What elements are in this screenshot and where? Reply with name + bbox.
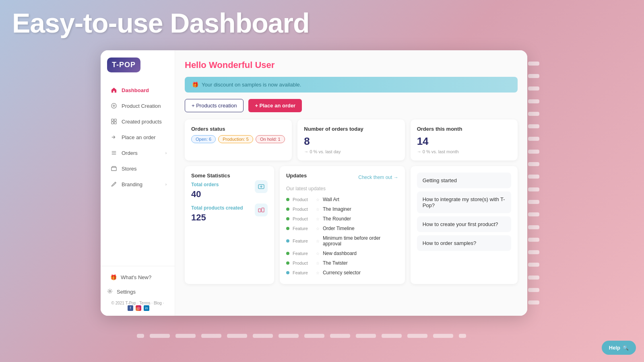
update-item-1: Product ☆ The Imaginer xyxy=(286,204,398,214)
orders-month-value: 14 xyxy=(417,135,511,148)
update-star-7: ☆ xyxy=(316,271,320,275)
sidebar: T-POP Dashboard Product Creation Cre xyxy=(101,50,175,316)
update-name-5: New dashboard xyxy=(323,251,357,256)
orders-icon xyxy=(110,149,118,156)
sidebar-item-orders[interactable]: Orders › xyxy=(104,145,171,160)
updates-title: Updates xyxy=(286,173,307,179)
home-icon xyxy=(110,86,118,94)
sidebar-item-branding[interactable]: Branding › xyxy=(104,177,171,192)
product-creation-icon xyxy=(110,102,118,109)
action-buttons: + Products creation + Place an order xyxy=(185,99,518,112)
instagram-icon[interactable]: ◎ xyxy=(136,305,141,311)
sidebar-item-place-order[interactable]: Place an order xyxy=(104,130,171,145)
badge-open: Open: 6 xyxy=(191,135,216,143)
update-type-3: Feature xyxy=(293,226,313,231)
svg-rect-6 xyxy=(114,122,116,124)
decorative-dashes-bottom xyxy=(137,334,466,338)
sidebar-label-created-products: Created products xyxy=(122,119,162,125)
update-star-2: ☆ xyxy=(316,217,320,221)
update-dot-4 xyxy=(286,239,289,243)
branding-arrow: › xyxy=(165,182,167,187)
svg-rect-4 xyxy=(114,119,116,121)
discount-banner: 🎁 Your discount on samples is now availa… xyxy=(185,77,518,93)
update-type-5: Feature xyxy=(293,251,313,256)
help-button[interactable]: Help 🔍 xyxy=(602,341,636,355)
update-type-4: Feature xyxy=(293,239,313,243)
facebook-icon[interactable]: f xyxy=(128,305,133,311)
total-products-label: Total products created xyxy=(191,205,243,211)
footer-icons: f ◎ in xyxy=(128,305,149,311)
sidebar-item-dashboard[interactable]: Dashboard xyxy=(104,82,171,98)
sidebar-bottom: 🎁 What's New? xyxy=(101,266,175,288)
gift-icon: 🎁 xyxy=(110,274,117,280)
update-name-3: Order Timeline xyxy=(323,226,355,231)
update-type-7: Feature xyxy=(293,270,313,275)
update-name-0: Wall Art xyxy=(323,197,339,202)
update-name-4: Minimum time before order approval xyxy=(323,235,398,247)
sidebar-item-stores[interactable]: Stores xyxy=(104,161,171,176)
check-them-out-link[interactable]: Check them out → xyxy=(358,175,398,180)
update-type-2: Product xyxy=(293,216,313,221)
banner-text: Your discount on samples is now availabl… xyxy=(202,82,301,88)
statistics-title: Some Statistics xyxy=(191,173,268,179)
update-name-7: Currency selector xyxy=(323,270,361,276)
update-type-0: Product xyxy=(293,197,313,202)
place-order-icon xyxy=(110,134,118,141)
help-search-icon: 🔍 xyxy=(623,345,629,351)
stores-icon xyxy=(110,165,118,172)
help-item-0[interactable]: Getting started xyxy=(417,173,511,188)
update-name-2: The Rounder xyxy=(323,216,351,222)
greeting-static: Hello xyxy=(185,60,209,70)
orders-month-card: Orders this month 14 → 0 % vs. last mont… xyxy=(411,119,518,160)
logo-text: T-POP xyxy=(112,61,136,69)
update-name-6: The Twister xyxy=(323,260,348,266)
settings-icon xyxy=(107,288,113,295)
top-cards-row: Orders status Open: 6 Production: 5 On h… xyxy=(185,119,518,160)
sidebar-label-dashboard: Dashboard xyxy=(122,87,149,93)
banner-icon: 🎁 xyxy=(192,82,198,88)
update-item-2: Product ☆ The Rounder xyxy=(286,214,398,224)
update-star-6: ☆ xyxy=(316,261,320,265)
svg-point-11 xyxy=(109,290,111,292)
orders-today-card: Number of orders today 8 → 0 % vs. last … xyxy=(297,119,405,160)
orders-status-badges: Open: 6 Production: 5 On hold: 1 xyxy=(191,135,285,143)
update-star-1: ☆ xyxy=(316,207,320,212)
update-dot-3 xyxy=(286,227,289,230)
help-card: Getting started How to integrate my stor… xyxy=(411,166,518,284)
help-item-1[interactable]: How to integrate my store(s) with T-Pop? xyxy=(417,191,511,213)
update-dot-2 xyxy=(286,217,289,220)
update-item-3: Feature ☆ Order Timeline xyxy=(286,224,398,233)
logo[interactable]: T-POP xyxy=(107,58,140,72)
bottom-row: Some Statistics Total orders 40 xyxy=(185,166,518,284)
badge-on-hold: On hold: 1 xyxy=(256,135,285,143)
whats-new-item[interactable]: 🎁 What's New? xyxy=(107,271,168,284)
updates-header: Updates Check them out → xyxy=(286,173,398,182)
nav: Dashboard Product Creation Created produ… xyxy=(101,79,175,266)
orders-status-title: Orders status xyxy=(191,126,285,132)
help-item-2[interactable]: How to create your first product? xyxy=(417,216,511,232)
dashboard-window: T-POP Dashboard Product Creation Cre xyxy=(101,50,527,316)
help-item-3[interactable]: How to order samples? xyxy=(417,235,511,251)
update-item-5: Feature ☆ New dashboard xyxy=(286,249,398,258)
update-item-6: Product ☆ The Twister xyxy=(286,258,398,268)
orders-month-subtitle: → 0 % vs. last month xyxy=(417,149,511,154)
sidebar-label-stores: Stores xyxy=(122,166,137,172)
update-star-5: ☆ xyxy=(316,251,320,256)
place-order-button[interactable]: + Place an order xyxy=(248,99,302,112)
products-creation-button[interactable]: + Products creation xyxy=(185,99,244,112)
sidebar-item-created-products[interactable]: Created products xyxy=(104,114,171,129)
linkedin-icon[interactable]: in xyxy=(144,305,149,311)
sidebar-item-product-creation[interactable]: Product Creation xyxy=(104,98,171,113)
greeting: Hello Wonderful User xyxy=(185,60,518,70)
orders-today-title: Number of orders today xyxy=(304,126,398,132)
update-type-6: Product xyxy=(293,261,313,265)
update-star-3: ☆ xyxy=(316,226,320,231)
settings-item[interactable]: Settings xyxy=(101,288,175,298)
sidebar-label-orders: Orders xyxy=(122,150,138,156)
update-star-4: ☆ xyxy=(316,239,320,243)
branding-icon xyxy=(110,181,118,188)
svg-rect-3 xyxy=(111,119,114,121)
orders-arrow: › xyxy=(165,151,167,155)
total-orders-stat: Total orders 40 xyxy=(191,182,268,200)
settings-label: Settings xyxy=(117,289,136,295)
